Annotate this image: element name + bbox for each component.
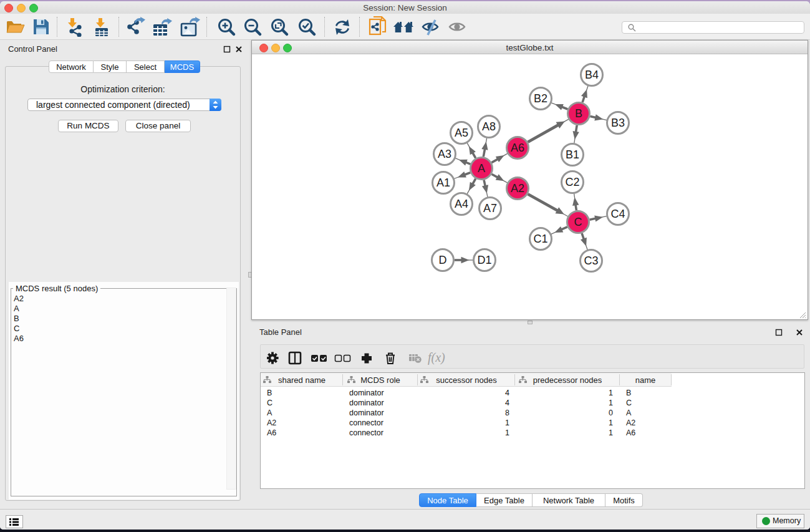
svg-text:D1: D1	[477, 254, 491, 266]
svg-text:A3: A3	[438, 148, 451, 160]
svg-text:B3: B3	[611, 117, 625, 129]
svg-text:A5: A5	[455, 127, 468, 139]
svg-text:f(x): f(x)	[428, 351, 445, 365]
svg-text:A8: A8	[482, 120, 496, 133]
svg-text:B2: B2	[534, 92, 547, 105]
svg-text:B4: B4	[585, 69, 599, 81]
svg-text:C3: C3	[584, 254, 598, 267]
svg-text:C: C	[574, 216, 582, 228]
svg-text:B1: B1	[566, 148, 579, 161]
svg-text:A6: A6	[511, 142, 524, 154]
svg-text:A7: A7	[483, 202, 497, 215]
svg-text:A: A	[478, 162, 485, 175]
svg-text:A4: A4	[455, 198, 468, 210]
svg-text:D: D	[439, 254, 447, 266]
svg-text:A2: A2	[511, 182, 524, 195]
svg-text:C2: C2	[565, 176, 579, 188]
svg-text:C4: C4	[610, 208, 625, 220]
svg-text:C1: C1	[533, 233, 547, 245]
svg-text:A1: A1	[436, 177, 450, 189]
svg-text:B: B	[575, 107, 582, 120]
